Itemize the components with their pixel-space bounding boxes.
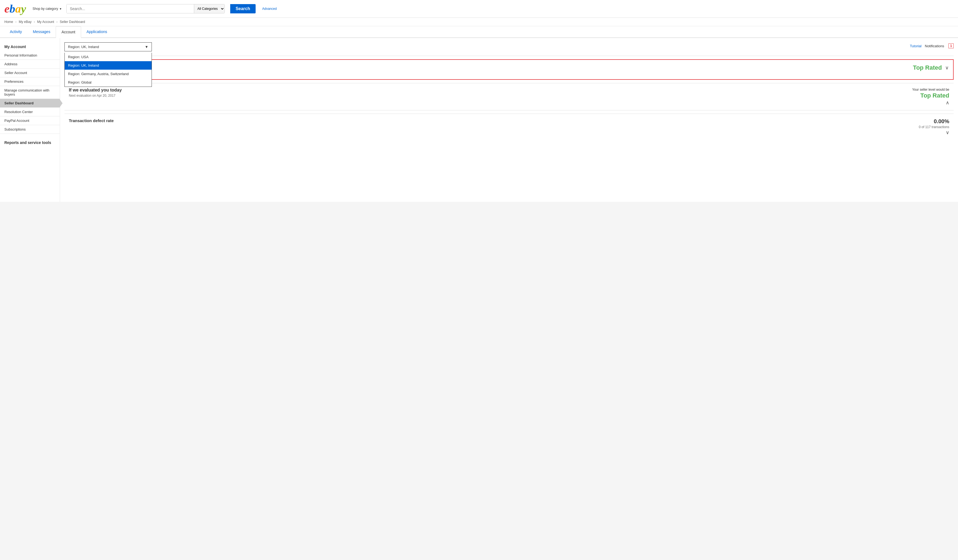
tab-applications[interactable]: Applications — [81, 26, 113, 38]
region-dropdown-wrapper: Region: UK, Ireland ▼ Region: USA Region… — [65, 42, 152, 51]
reports-title: Reports and service tools — [0, 138, 60, 147]
sidebar-item-address[interactable]: Address — [0, 60, 60, 68]
breadcrumb-myaccount[interactable]: My Account — [37, 20, 54, 24]
top-right-actions: Tutorial Notifications 1 — [910, 42, 954, 48]
seller-level-card: Current seller level As of Mar 20, 2017 … — [65, 59, 954, 80]
logo-b: b — [10, 2, 15, 15]
evaluation-right: Your seller level would be Top Rated ∧ — [912, 88, 949, 106]
defect-right: 0.00% 0 of 117 transactions ∨ — [919, 118, 949, 135]
sidebar-item-paypal-account[interactable]: PayPal Account — [0, 116, 60, 125]
tab-account[interactable]: Account — [56, 26, 81, 38]
evaluation-value: Top Rated — [920, 92, 949, 99]
main-content: Region: UK, Ireland ▼ Region: USA Region… — [60, 38, 958, 202]
sidebar-item-seller-account[interactable]: Seller Account — [0, 68, 60, 77]
seller-level-chevron-icon[interactable]: ∨ — [945, 65, 949, 71]
region-option-germany[interactable]: Region: Germany, Austria, Switzerland — [65, 70, 152, 78]
defect-chevron-icon[interactable]: ∨ — [946, 130, 949, 135]
breadcrumb: Home › My eBay › My Account › Seller Das… — [0, 18, 958, 26]
shop-by-label: Shop by category — [32, 7, 58, 11]
sidebar-item-manage-communication[interactable]: Manage communication with buyers — [0, 86, 60, 99]
shop-by-arrow-icon: ▼ — [59, 7, 62, 10]
breadcrumb-sep-3: › — [56, 20, 57, 24]
region-dropdown: Region: USA Region: UK, Ireland Region: … — [65, 53, 152, 87]
defect-title: Transaction defect rate — [69, 118, 114, 123]
defect-info: Transaction defect rate — [69, 118, 114, 123]
sidebar: My Account Personal Information Address … — [0, 38, 60, 202]
region-option-uk-ireland[interactable]: Region: UK, Ireland — [65, 61, 152, 70]
sidebar-item-personal-information[interactable]: Personal Information — [0, 51, 60, 60]
page-layout: My Account Personal Information Address … — [0, 38, 958, 202]
evaluation-info: If we evaluated you today Next evaluatio… — [69, 88, 122, 98]
search-bar: All Categories — [67, 4, 225, 13]
breadcrumb-myebay[interactable]: My eBay — [19, 20, 32, 24]
evaluation-subtitle: Next evaluation on Apr 20, 2017 — [69, 94, 122, 98]
tab-activity[interactable]: Activity — [4, 26, 27, 38]
sidebar-item-subscriptions[interactable]: Subscriptions — [0, 125, 60, 134]
search-input[interactable] — [67, 4, 194, 13]
notifications-label: Notifications — [925, 44, 944, 48]
advanced-link[interactable]: Advanced — [262, 7, 277, 11]
categories-select[interactable]: All Categories — [194, 4, 224, 13]
my-account-title: My Account — [0, 42, 60, 51]
evaluation-title: If we evaluated you today — [69, 88, 122, 93]
main-tabs: Activity Messages Account Applications — [0, 26, 958, 38]
header: e b a y Shop by category ▼ All Categorie… — [0, 0, 958, 18]
region-row: Region: UK, Ireland ▼ Region: USA Region… — [65, 42, 954, 51]
region-option-usa[interactable]: Region: USA — [65, 53, 152, 61]
shop-by-category[interactable]: Shop by category ▼ — [32, 7, 62, 11]
logo-e: e — [4, 2, 10, 15]
logo-y: y — [21, 2, 26, 15]
defect-count: 0 of 117 transactions — [919, 125, 949, 129]
breadcrumb-current: Seller Dashboard — [60, 20, 85, 24]
search-button[interactable]: Search — [230, 4, 255, 13]
ebay-logo: e b a y — [4, 2, 26, 15]
evaluation-card: If we evaluated you today Next evaluatio… — [65, 83, 954, 110]
region-current-label: Region: UK, Ireland — [68, 45, 99, 49]
seller-level-value: Top Rated — [913, 64, 942, 71]
defect-card: Transaction defect rate 0.00% 0 of 117 t… — [65, 114, 954, 140]
evaluation-chevron-icon[interactable]: ∧ — [946, 100, 949, 106]
breadcrumb-home[interactable]: Home — [4, 20, 13, 24]
region-select-button[interactable]: Region: UK, Ireland ▼ — [65, 42, 152, 51]
sidebar-item-preferences[interactable]: Preferences — [0, 77, 60, 86]
defect-percent: 0.00% — [934, 118, 949, 125]
tutorial-link[interactable]: Tutorial — [910, 44, 922, 48]
region-option-global[interactable]: Region: Global — [65, 78, 152, 87]
sidebar-item-seller-dashboard[interactable]: Seller Dashboard — [0, 99, 60, 108]
region-arrow-icon: ▼ — [145, 45, 148, 49]
evaluation-label: Your seller level would be — [912, 88, 949, 92]
breadcrumb-sep-1: › — [15, 20, 16, 24]
tab-messages[interactable]: Messages — [27, 26, 56, 38]
seller-level-right: Top Rated ∨ — [913, 64, 949, 71]
sidebar-item-resolution-center[interactable]: Resolution Center — [0, 108, 60, 116]
notifications-badge[interactable]: 1 — [948, 43, 954, 48]
logo-a: a — [15, 2, 21, 15]
breadcrumb-sep-2: › — [34, 20, 35, 24]
